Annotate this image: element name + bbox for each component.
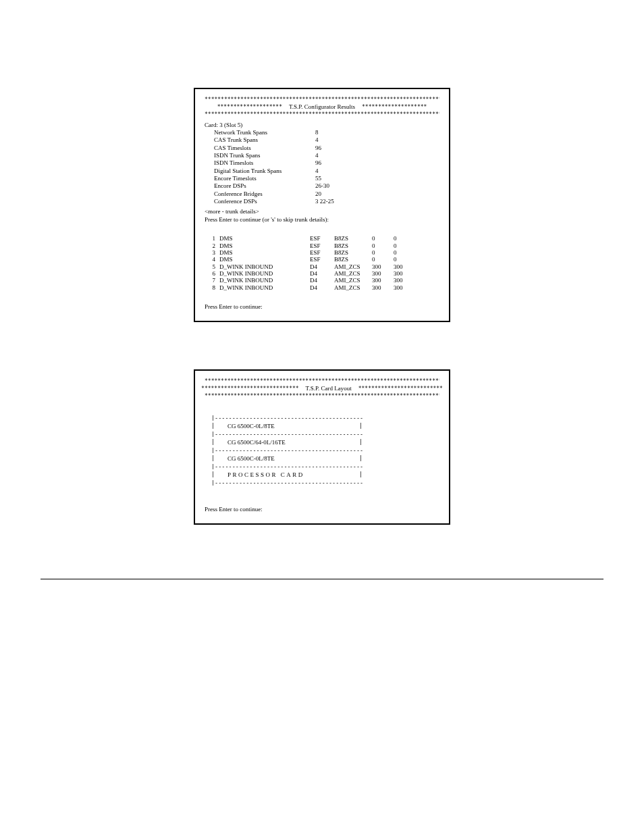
- config-label: Conference Bridges: [205, 190, 315, 197]
- trunk-type: D_WINK INBOUND: [218, 277, 310, 284]
- config-row: Encore Timeslots55: [205, 175, 439, 182]
- trunk-idx: 4: [205, 256, 218, 263]
- config-value: 4: [315, 152, 319, 159]
- card-slot-label: CG 6500C-0L/8TE: [215, 423, 275, 429]
- trunk-frame: ESF: [310, 242, 334, 249]
- config-label: CAS Timeslots: [205, 145, 315, 151]
- card-slot: |PROCESSOR CARD|: [211, 469, 363, 480]
- table-row: 2DMSESFB8ZS00: [205, 242, 415, 249]
- config-value: 26-30: [315, 182, 329, 189]
- trunk-b: 300: [394, 284, 415, 291]
- table-row: 5D_WINK INBOUNDD4AMI_ZCS300300: [205, 263, 415, 270]
- config-label: CAS Trunk Spans: [205, 136, 315, 143]
- trunk-a: 0: [372, 242, 394, 249]
- banner2-stars-bottom: ****************************************…: [205, 393, 439, 399]
- config-value: 8: [315, 129, 319, 136]
- card-slot: |CG 6500C/64-0L/16TE|: [211, 437, 363, 448]
- trunk-code: B8ZS: [334, 256, 372, 263]
- trunk-idx: 8: [205, 284, 218, 291]
- card-layout-panel: ****************************************…: [194, 369, 450, 525]
- prompt-skip-trunk[interactable]: Press Enter to continue (or 's' to skip …: [205, 216, 439, 223]
- table-row: 7D_WINK INBOUNDD4AMI_ZCS300300: [205, 277, 415, 284]
- trunk-a: 300: [372, 284, 394, 291]
- trunk-a: 0: [372, 235, 394, 242]
- config-value: 4: [315, 136, 319, 143]
- trunk-a: 300: [372, 270, 394, 277]
- prompt-continue-1[interactable]: Press Enter to continue:: [205, 303, 439, 310]
- card-slot: |CG 6500C-0L/8TE|: [211, 421, 363, 432]
- slot-divider: |---------------------------------------…: [211, 480, 363, 486]
- config-value: 96: [315, 159, 321, 166]
- page-footer-rule: [41, 579, 603, 579]
- config-row: Digital Station Trunk Spans4: [205, 167, 439, 174]
- config-label: ISDN Timeslots: [205, 159, 315, 166]
- trunk-type: DMS: [218, 256, 310, 263]
- slot-border-right: |: [359, 439, 363, 446]
- card-slot-label: CG 6500C/64-0L/16TE: [215, 439, 286, 446]
- config-value: 55: [315, 175, 321, 182]
- trunk-idx: 2: [205, 242, 218, 249]
- banner-stars-right: ********************: [362, 104, 427, 110]
- trunk-frame: D4: [310, 270, 334, 277]
- config-row: Network Trunk Spans8: [205, 129, 439, 136]
- trunk-a: 300: [372, 277, 394, 284]
- trunk-a: 0: [372, 256, 394, 263]
- table-row: 1DMSESFB8ZS00: [205, 235, 415, 242]
- config-value: 20: [315, 190, 321, 197]
- trunk-a: 0: [372, 249, 394, 256]
- config-row: Conference DSPs3 22-25: [205, 198, 439, 205]
- config-label: Network Trunk Spans: [205, 129, 315, 136]
- banner2-stars-top: ****************************************…: [205, 378, 439, 384]
- trunk-b: 300: [394, 270, 415, 277]
- trunk-type: DMS: [218, 242, 310, 249]
- banner2-stars-left: ******************************: [201, 386, 299, 392]
- slot-border-right: |: [359, 423, 363, 429]
- config-label: Digital Station Trunk Spans: [205, 167, 315, 174]
- trunk-idx: 3: [205, 249, 218, 256]
- panel-title: T.S.P. Configurator Results: [289, 103, 355, 110]
- banner-stars-top: ****************************************…: [205, 97, 439, 103]
- trunk-frame: D4: [310, 284, 334, 291]
- table-row: 3DMSESFB8ZS00: [205, 249, 415, 256]
- trunk-details-table: 1DMSESFB8ZS002DMSESFB8ZS003DMSESFB8ZS004…: [205, 235, 415, 291]
- trunk-b: 0: [394, 249, 415, 256]
- config-label: ISDN Trunk Spans: [205, 152, 315, 159]
- config-row: CAS Timeslots96: [205, 145, 439, 151]
- trunk-code: B8ZS: [334, 242, 372, 249]
- slot-border-right: |: [359, 455, 363, 462]
- banner-stars-bottom: ****************************************…: [205, 111, 439, 118]
- trunk-code: AMI_ZCS: [334, 284, 372, 291]
- slot-divider: |---------------------------------------…: [211, 464, 363, 469]
- prompt-continue-2[interactable]: Press Enter to continue:: [205, 506, 439, 513]
- trunk-code: AMI_ZCS: [334, 277, 372, 284]
- trunk-idx: 7: [205, 277, 218, 284]
- document-page: ****************************************…: [0, 0, 644, 606]
- trunk-b: 0: [394, 256, 415, 263]
- trunk-type: D_WINK INBOUND: [218, 270, 310, 277]
- trunk-frame: D4: [310, 277, 334, 284]
- trunk-idx: 6: [205, 270, 218, 277]
- trunk-b: 300: [394, 263, 415, 270]
- card-slot-label: CG 6500C-0L/8TE: [215, 455, 275, 462]
- config-label: Encore Timeslots: [205, 175, 315, 182]
- banner-title-row: ******************** T.S.P. Configurator…: [205, 103, 439, 110]
- banner2-stars-right: **************************: [358, 386, 443, 392]
- trunk-b: 0: [394, 235, 415, 242]
- config-value: 4: [315, 167, 319, 174]
- card-config-block: Card: 3 (Slot 5) Network Trunk Spans8CAS…: [205, 122, 439, 223]
- banner2-title-row: ****************************** T.S.P. Ca…: [205, 385, 439, 392]
- slot-divider: |---------------------------------------…: [211, 415, 363, 421]
- table-row: 4DMSESFB8ZS00: [205, 256, 415, 263]
- trunk-type: D_WINK INBOUND: [218, 263, 310, 270]
- trunk-code: AMI_ZCS: [334, 263, 372, 270]
- trunk-idx: 1: [205, 235, 218, 242]
- trunk-b: 0: [394, 242, 415, 249]
- config-row: Encore DSPs26-30: [205, 182, 439, 189]
- trunk-idx: 5: [205, 263, 218, 270]
- config-row: CAS Trunk Spans4: [205, 136, 439, 143]
- trunk-code: B8ZS: [334, 235, 372, 242]
- table-row: 6D_WINK INBOUNDD4AMI_ZCS300300: [205, 270, 415, 277]
- trunk-a: 300: [372, 263, 394, 270]
- card-slot: |CG 6500C-0L/8TE|: [211, 453, 363, 464]
- card-header: Card: 3 (Slot 5): [205, 122, 439, 128]
